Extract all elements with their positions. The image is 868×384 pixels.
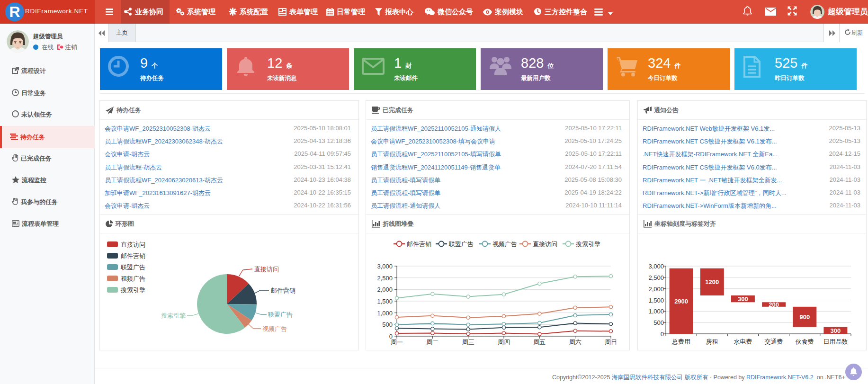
svg-text:视频广告: 视频广告: [492, 241, 517, 248]
svg-text:视频广告: 视频广告: [262, 325, 287, 332]
svg-text:交通费: 交通费: [765, 338, 783, 345]
svg-text:1,000: 1,000: [648, 308, 664, 315]
svg-text:直接访问: 直接访问: [121, 241, 145, 248]
svg-text:500: 500: [382, 321, 393, 328]
svg-text:伙食费: 伙食费: [795, 338, 814, 345]
svg-text:2,500: 2,500: [377, 275, 393, 282]
svg-text:周二: 周二: [426, 339, 438, 346]
svg-text:邮件营销: 邮件营销: [271, 287, 295, 294]
svg-text:邮件营销: 邮件营销: [407, 241, 431, 248]
svg-text:视频广告: 视频广告: [121, 275, 145, 282]
svg-text:周六: 周六: [569, 339, 582, 346]
svg-text:直接访问: 直接访问: [254, 266, 279, 273]
svg-text:2,000: 2,000: [377, 286, 393, 293]
svg-text:周四: 周四: [498, 339, 510, 346]
svg-text:1,500: 1,500: [648, 297, 664, 304]
svg-text:联盟广告: 联盟广告: [120, 264, 145, 271]
svg-text:搜索引擎: 搜索引擎: [120, 286, 145, 294]
svg-text:1200: 1200: [705, 278, 719, 286]
svg-text:300: 300: [738, 295, 748, 303]
svg-text:总费用: 总费用: [671, 338, 690, 345]
svg-text:1,500: 1,500: [377, 298, 393, 305]
svg-text:周日: 周日: [605, 339, 617, 346]
svg-text:周五: 周五: [533, 339, 546, 346]
svg-text:联盟广告: 联盟广告: [448, 241, 474, 248]
svg-text:R: R: [9, 3, 20, 20]
svg-text:周一: 周一: [391, 339, 403, 346]
svg-text:500: 500: [653, 319, 664, 326]
svg-text:日用品数: 日用品数: [823, 338, 848, 345]
svg-text:水电费: 水电费: [734, 338, 752, 345]
svg-text:搜索引擎: 搜索引擎: [575, 241, 600, 248]
svg-text:3,000: 3,000: [648, 263, 664, 270]
svg-text:900: 900: [799, 313, 810, 321]
svg-text:1,000: 1,000: [377, 310, 393, 317]
svg-text:3,000: 3,000: [377, 263, 393, 270]
svg-text:2,500: 2,500: [648, 274, 664, 281]
svg-text:200: 200: [769, 301, 779, 308]
svg-text:0: 0: [661, 330, 664, 338]
svg-text:2900: 2900: [674, 298, 688, 305]
svg-text:周三: 周三: [462, 339, 474, 346]
svg-text:直接访问: 直接访问: [533, 241, 557, 248]
svg-text:邮件营销: 邮件营销: [121, 252, 145, 259]
svg-text:2,000: 2,000: [648, 286, 664, 293]
svg-text:搜索引擎: 搜索引擎: [161, 312, 186, 319]
svg-text:房租: 房租: [706, 338, 718, 345]
svg-text:300: 300: [831, 327, 841, 334]
svg-text:联盟广告: 联盟广告: [268, 311, 293, 318]
